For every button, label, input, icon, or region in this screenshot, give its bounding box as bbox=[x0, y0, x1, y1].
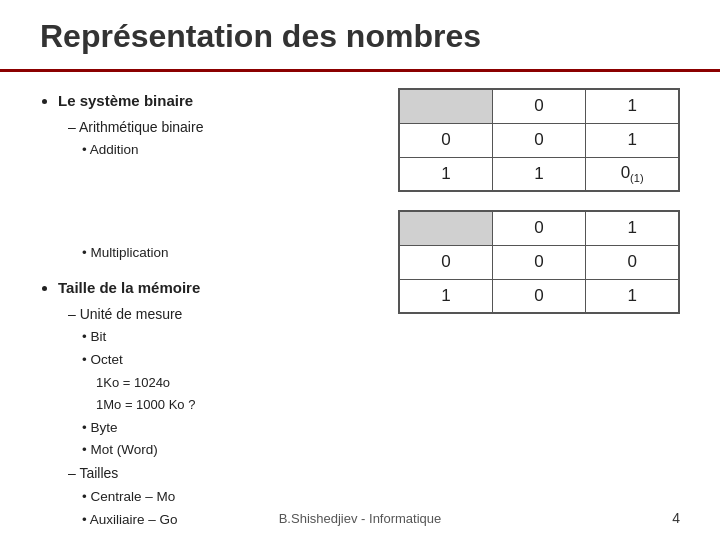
table-row: 1 0 1 bbox=[399, 279, 679, 313]
section1-multiplication: Multiplication bbox=[82, 242, 378, 265]
section1-main: Le système binaire bbox=[58, 88, 378, 114]
table-cell: 0 bbox=[586, 245, 679, 279]
table-cell: 1 bbox=[586, 279, 679, 313]
table-cell: 0 bbox=[399, 245, 492, 279]
table-cell: 0 bbox=[492, 211, 585, 245]
table-cell: 1 bbox=[399, 157, 492, 191]
section2-1mo: 1Mo = 1000 Ko ? bbox=[96, 394, 378, 416]
section2-main: Taille de la mémoire bbox=[58, 275, 378, 301]
section2-sub1: Unité de mesure bbox=[68, 303, 378, 327]
page-number: 4 bbox=[672, 510, 680, 526]
table-cell: 0 bbox=[492, 123, 585, 157]
addition-table: 0 1 0 0 1 1 1 0(1) bbox=[398, 88, 680, 192]
table-cell bbox=[399, 89, 492, 123]
table-cell: 1 bbox=[586, 89, 679, 123]
table-cell: 1 bbox=[492, 157, 585, 191]
table-cell: 0 bbox=[399, 123, 492, 157]
footer: B.Shishedjiev - Informatique bbox=[0, 511, 720, 526]
section2-centrale: Centrale – Mo bbox=[82, 486, 378, 509]
table-cell bbox=[399, 211, 492, 245]
right-column: 0 1 0 0 1 1 1 0(1) bbox=[398, 88, 680, 532]
table-cell: 1 bbox=[586, 123, 679, 157]
slide-title: Représentation des nombres bbox=[0, 0, 720, 72]
section2-1ko: 1Ko = 1024o bbox=[96, 372, 378, 394]
table-cell: 1 bbox=[399, 279, 492, 313]
content-area: Le système binaire Arithmétique binaire … bbox=[0, 72, 720, 532]
multiplication-table: 0 1 0 0 0 1 0 1 bbox=[398, 210, 680, 314]
section2-sub2: Tailles bbox=[68, 462, 378, 486]
footer-text: B.Shishedjiev - Informatique bbox=[279, 511, 442, 526]
table-cell: 0(1) bbox=[586, 157, 679, 191]
section1-addition: Addition bbox=[82, 139, 378, 162]
table-row: 0 0 1 bbox=[399, 123, 679, 157]
section2-word: Mot (Word) bbox=[82, 439, 378, 462]
table-row: 0 0 0 bbox=[399, 245, 679, 279]
left-column: Le système binaire Arithmétique binaire … bbox=[40, 88, 378, 532]
table-cell: 0 bbox=[492, 245, 585, 279]
table-row: 1 1 0(1) bbox=[399, 157, 679, 191]
table-cell: 0 bbox=[492, 89, 585, 123]
table-row: 0 1 bbox=[399, 89, 679, 123]
table-row: 0 1 bbox=[399, 211, 679, 245]
section2-byte: Byte bbox=[82, 417, 378, 440]
slide: Représentation des nombres Le système bi… bbox=[0, 0, 720, 540]
table-cell: 1 bbox=[586, 211, 679, 245]
subscript: (1) bbox=[630, 172, 643, 184]
section2-octet: Octet bbox=[82, 349, 378, 372]
section2-bit: Bit bbox=[82, 326, 378, 349]
section1-sub1: Arithmétique binaire bbox=[68, 116, 378, 140]
table-cell: 0 bbox=[492, 279, 585, 313]
